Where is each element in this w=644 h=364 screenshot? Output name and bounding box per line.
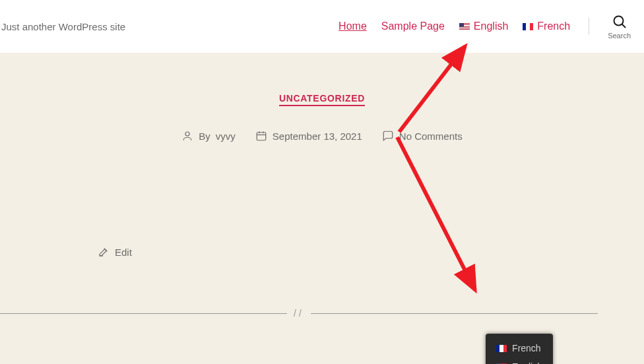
separator-line-left (0, 313, 287, 314)
author-link[interactable]: vyvy (216, 131, 236, 142)
edit-icon (98, 246, 110, 258)
edit-row: Edit (0, 142, 644, 260)
nav-sample-page[interactable]: Sample Page (381, 20, 445, 32)
search-toggle[interactable]: Search (608, 14, 631, 40)
content-area: UNCATEGORIZED By vyvy September 13, 2021… (0, 53, 644, 364)
author-prefix: By (199, 131, 210, 142)
lang-item-english[interactable]: English (495, 357, 544, 364)
svg-line-1 (622, 24, 626, 28)
post-meta: By vyvy September 13, 2021 No Comments (0, 130, 644, 142)
person-icon (181, 130, 193, 142)
post-comments[interactable]: No Comments (382, 130, 463, 142)
separator-line-right (311, 313, 598, 314)
nav-english-label: English (474, 20, 508, 32)
search-label: Search (608, 32, 631, 40)
us-flag-icon (459, 23, 470, 30)
nav-divider (589, 18, 589, 35)
post-comments-text: No Comments (399, 131, 463, 142)
search-icon (612, 14, 628, 30)
nav-french[interactable]: French (523, 20, 570, 32)
post-author: By vyvy (181, 130, 236, 142)
primary-nav: Home Sample Page English French Search (338, 14, 631, 40)
post-separator: // (0, 308, 598, 318)
svg-point-2 (185, 132, 189, 136)
post-category-link[interactable]: UNCATEGORIZED (279, 93, 365, 106)
site-tagline: Just another WordPress site (0, 21, 125, 32)
post-date: September 13, 2021 (255, 130, 362, 142)
calendar-icon (255, 130, 267, 142)
fr-flag-icon (523, 23, 533, 30)
separator-slashes: // (287, 308, 311, 318)
edit-link[interactable]: Edit (98, 246, 132, 258)
nav-home[interactable]: Home (338, 20, 367, 32)
svg-rect-3 (257, 133, 266, 140)
lang-item-french[interactable]: French (495, 339, 544, 357)
lang-item-english-label: English (512, 361, 542, 364)
lang-item-french-label: French (512, 343, 541, 353)
post-date-text: September 13, 2021 (273, 131, 362, 142)
edit-label: Edit (115, 247, 132, 258)
svg-point-0 (614, 16, 623, 25)
site-header: Just another WordPress site Home Sample … (0, 0, 644, 53)
fr-flag-icon (496, 345, 507, 352)
post-1: UNCATEGORIZED By vyvy September 13, 2021… (0, 92, 644, 142)
nav-french-label: French (537, 20, 570, 32)
comment-icon (382, 130, 394, 142)
language-switcher-widget: French English (486, 334, 553, 364)
nav-english[interactable]: English (459, 20, 508, 32)
